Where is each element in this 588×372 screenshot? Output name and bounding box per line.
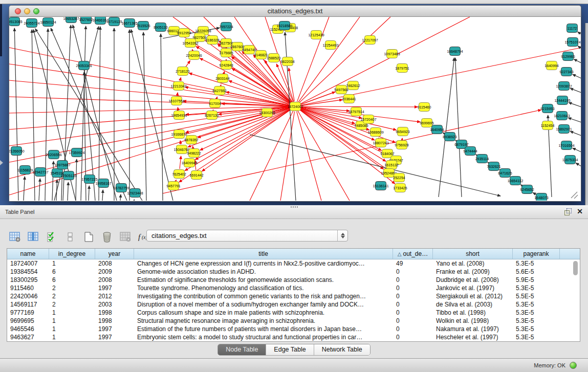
graph-node[interactable]: 9654923 bbox=[396, 127, 409, 136]
graph-node[interactable]: 1640994 bbox=[545, 61, 558, 70]
table-row[interactable]: 1456911722003Disruption of a novel membe… bbox=[7, 300, 580, 309]
graph-node[interactable]: 18807243 bbox=[373, 139, 388, 147]
graph-node[interactable]: 12213343 bbox=[170, 82, 186, 91]
table-scrollbar-thumb[interactable] bbox=[573, 261, 578, 275]
graph-node[interactable]: 9822034 bbox=[280, 57, 294, 66]
graph-node[interactable]: 16210643 bbox=[554, 112, 570, 120]
trash-icon[interactable] bbox=[100, 230, 114, 244]
graph-node[interactable]: 16648794 bbox=[447, 47, 463, 56]
graph-node[interactable]: 2803144 bbox=[215, 74, 229, 83]
graph-node[interactable]: 8912954 bbox=[177, 29, 191, 37]
graph-node[interactable]: 8938923 bbox=[443, 133, 456, 141]
graph-node[interactable]: 2935114 bbox=[475, 155, 489, 163]
graph-node[interactable]: 417004 bbox=[209, 99, 221, 108]
show-columns-icon[interactable] bbox=[27, 230, 40, 244]
graph-node[interactable]: 11675334 bbox=[562, 156, 578, 164]
graph-node[interactable]: 8267130 bbox=[205, 111, 219, 120]
table-options-icon[interactable] bbox=[8, 230, 21, 244]
graph-node[interactable]: 12444195 bbox=[554, 96, 570, 105]
graph-node[interactable]: 1527602 bbox=[79, 17, 93, 24]
graph-node[interactable]: 12217097 bbox=[362, 36, 378, 45]
column-header-in_degree[interactable]: in_degree bbox=[49, 249, 95, 259]
new-file-icon[interactable] bbox=[82, 230, 95, 244]
window-titlebar[interactable]: citations_edges.txt bbox=[9, 5, 581, 17]
graph-node[interactable]: 15892971 bbox=[556, 125, 572, 134]
float-panel-icon[interactable] bbox=[564, 208, 572, 215]
column-header-year[interactable]: year bbox=[95, 249, 134, 259]
graph-node[interactable]: 12254493 bbox=[322, 41, 338, 50]
graph-node[interactable]: 252254 bbox=[393, 173, 405, 182]
memory-status-indicator[interactable] bbox=[570, 362, 577, 369]
graph-node[interactable]: 2718120 bbox=[176, 67, 189, 76]
graph-node[interactable]: 16671385 bbox=[121, 19, 137, 28]
graph-node[interactable]: 17016504 bbox=[558, 141, 574, 150]
graph-node[interactable]: 7632621 bbox=[487, 162, 500, 171]
graph-node[interactable]: 24055724 bbox=[24, 19, 39, 28]
close-panel-icon[interactable]: ✕ bbox=[577, 207, 583, 215]
graph-node[interactable]: 10973483 bbox=[384, 50, 400, 58]
graph-node[interactable]: 9115460 bbox=[418, 103, 431, 112]
graph-node[interactable]: 10654112 bbox=[508, 177, 524, 185]
graph-node[interactable]: 9129966 bbox=[561, 52, 575, 61]
graph-node[interactable]: 1152454 bbox=[541, 121, 555, 130]
graph-node[interactable]: 22420046 bbox=[186, 51, 202, 60]
graph-node[interactable]: 10653287 bbox=[63, 17, 79, 23]
table-row[interactable]: 1872400712008Changes of HCN gene express… bbox=[7, 259, 580, 268]
graph-node[interactable]: 1615132 bbox=[384, 161, 398, 169]
graph-node[interactable]: 21266050 bbox=[9, 147, 25, 156]
column-header-title[interactable]: title bbox=[134, 249, 393, 259]
splitter-handle[interactable] bbox=[291, 206, 298, 208]
graph-node[interactable]: 1733426 bbox=[393, 184, 407, 192]
graph-node[interactable]: 1588520 bbox=[267, 54, 280, 62]
graph-node[interactable]: 9498222 bbox=[187, 149, 201, 158]
network-table-select[interactable]: citations_edges.txt bbox=[146, 230, 348, 242]
table-row[interactable]: 946554611997Estimation of the future num… bbox=[7, 325, 580, 333]
table-row[interactable]: 911546021997Tourette syndrome. Phenomeno… bbox=[7, 284, 580, 292]
network-view-canvas[interactable]: 1872400798601238912954182260589827509105… bbox=[9, 17, 581, 202]
graph-node[interactable]: 9146821 bbox=[254, 51, 268, 59]
graph-node[interactable]: 9242848 bbox=[219, 61, 233, 70]
graph-node[interactable]: 9457791 bbox=[166, 182, 180, 190]
column-header-out_de[interactable]: △out_de… bbox=[393, 249, 433, 259]
resize-grip-icon[interactable] bbox=[571, 192, 578, 199]
graph-node[interactable]: 8186328 bbox=[205, 36, 219, 45]
graph-node[interactable]: 1640954 bbox=[430, 125, 444, 134]
graph-node[interactable]: 8905133 bbox=[154, 23, 167, 32]
graph-node[interactable]: 9756928 bbox=[395, 141, 408, 149]
table-row[interactable]: 2242004622012Investigating the contribut… bbox=[7, 292, 580, 300]
graph-node[interactable]: 9215953 bbox=[540, 104, 554, 113]
graph-node[interactable]: 16107554 bbox=[168, 97, 184, 105]
graph-node[interactable]: 20206556 bbox=[46, 150, 61, 159]
panel-collapse-arrow-icon[interactable] bbox=[0, 160, 3, 165]
graph-node[interactable]: 12942737 bbox=[32, 168, 48, 177]
graph-node[interactable]: 1879751 bbox=[395, 64, 409, 73]
graph-node[interactable]: 2036441 bbox=[342, 95, 356, 103]
delete-table-icon[interactable] bbox=[119, 230, 132, 244]
graph-node[interactable]: 1691442 bbox=[189, 171, 203, 180]
column-header-pagerank[interactable]: pagerank bbox=[513, 249, 560, 259]
column-header-short[interactable]: short bbox=[433, 249, 513, 259]
graph-node[interactable]: 19958167 bbox=[95, 179, 111, 188]
graph-node[interactable]: 12125439 bbox=[308, 31, 324, 39]
graph-node[interactable]: 8471626 bbox=[498, 169, 512, 178]
tab-network-table[interactable]: Network Table bbox=[314, 344, 370, 355]
graph-node[interactable]: 3175685 bbox=[219, 49, 233, 57]
network-graph[interactable]: 1872400798601238912954182260589827509105… bbox=[9, 17, 581, 201]
graph-node[interactable]: 9245652 bbox=[520, 185, 534, 194]
graph-node[interactable]: 10688609 bbox=[367, 128, 383, 137]
graph-node[interactable]: 7625402 bbox=[172, 170, 186, 179]
graph-node[interactable]: 7957224 bbox=[219, 23, 233, 31]
combo-stepper-icon[interactable] bbox=[337, 230, 347, 241]
graph-node[interactable]: 19513085 bbox=[9, 17, 23, 26]
graph-node[interactable]: 9699695 bbox=[420, 119, 433, 127]
graph-node[interactable]: 9227343 bbox=[559, 68, 573, 76]
unselect-all-icon[interactable] bbox=[63, 230, 77, 244]
graph-node[interactable]: 9474444 bbox=[463, 147, 477, 156]
graph-node[interactable]: 18650124 bbox=[40, 18, 56, 27]
graph-node[interactable]: 19654931 bbox=[171, 111, 187, 120]
select-all-icon[interactable] bbox=[45, 230, 58, 244]
tab-edge-table[interactable]: Edge Table bbox=[266, 344, 314, 355]
table-row[interactable]: 1938455462009Genome-wide association stu… bbox=[7, 268, 580, 276]
table-row[interactable]: 977716911998Corpus callosum shape and si… bbox=[7, 309, 580, 317]
tab-node-table[interactable]: Node Table bbox=[218, 344, 266, 355]
